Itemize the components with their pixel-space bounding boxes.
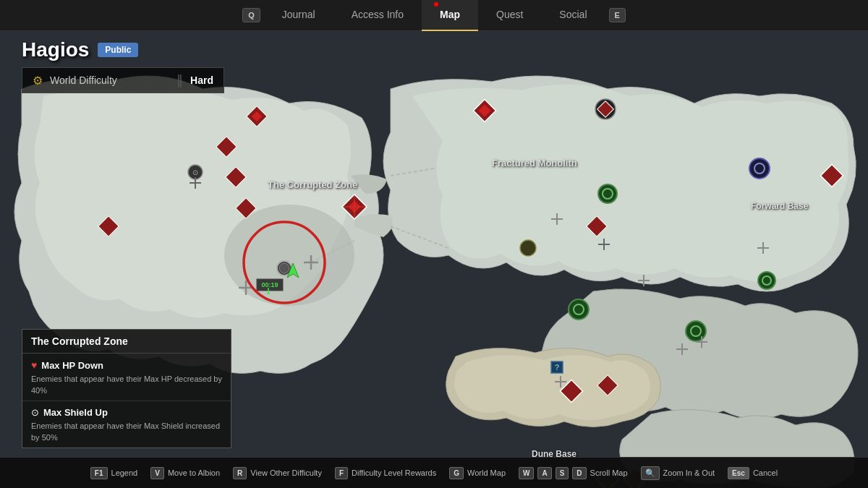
- svg-point-36: [749, 158, 770, 179]
- info-panel: The Corrupted Zone ♥ Max HP Down Enemies…: [22, 329, 231, 448]
- zone-label-fractured: Fractured Monolith: [492, 158, 577, 168]
- hotkey-other-diff-label: View Other Difficulty: [250, 468, 322, 477]
- info-panel-title: The Corrupted Zone: [22, 330, 231, 354]
- hotkey-rewards: F Difficulty Level Rewards: [335, 467, 436, 479]
- hotkey-g: G: [449, 467, 464, 479]
- effect-shield-header: ⊙ Max Shield Up: [31, 407, 222, 418]
- svg-point-59: [569, 299, 589, 320]
- hotkey-scroll-label: Scroll Map: [590, 468, 628, 477]
- zone-label-forward-base: Forward Base: [751, 201, 808, 211]
- tab-map[interactable]: Map: [422, 0, 478, 31]
- public-badge: Public: [98, 43, 138, 57]
- zoom-icon: 🔍: [641, 466, 660, 480]
- hotkey-rewards-label: Difficulty Level Rewards: [352, 468, 436, 477]
- bottom-bar: F1 Legend V Move to Albion R View Other …: [0, 457, 868, 488]
- hotkey-legend-label: Legend: [111, 468, 138, 477]
- tab-access-info[interactable]: Access Info: [333, 0, 422, 31]
- hotkey-s: S: [556, 467, 569, 479]
- svg-text:?: ?: [555, 363, 560, 372]
- shield-icon: ⊙: [31, 407, 39, 418]
- zone-label-corrupted: The Corrupted Zone: [268, 179, 357, 190]
- tab-journal[interactable]: Journal: [264, 0, 333, 31]
- hotkey-r: R: [233, 467, 247, 479]
- hotkey-f1: F1: [90, 467, 108, 479]
- hotkey-other-diff: R View Other Difficulty: [233, 467, 322, 479]
- svg-point-39: [758, 272, 775, 289]
- notification-dot: [434, 2, 438, 7]
- hotkey-worldmap: G World Map: [449, 467, 506, 479]
- hotkey-cancel-label: Cancel: [753, 468, 778, 477]
- map-area[interactable]: ⊙: [0, 31, 868, 488]
- effect-shield-desc: Enemies that appear have their Max Shiel…: [31, 421, 222, 443]
- difficulty-value: Hard: [190, 74, 213, 86]
- world-title-row: Hagios Public: [22, 38, 224, 61]
- nav-key-e[interactable]: E: [609, 8, 626, 22]
- effect-hp-header: ♥ Max HP Down: [31, 359, 222, 371]
- hotkey-d: D: [572, 467, 586, 479]
- hotkey-zoom: 🔍 Zoom In & Out: [641, 466, 715, 480]
- header-panel: Hagios Public ⚙ World Difficulty ‖ Hard: [22, 38, 224, 93]
- hotkey-scroll: W A S D Scroll Map: [519, 467, 628, 479]
- difficulty-icon: ⚙: [33, 74, 43, 87]
- heart-icon: ♥: [31, 359, 37, 371]
- hotkey-move: V Move to Albion: [150, 467, 220, 479]
- hotkey-move-label: Move to Albion: [168, 468, 220, 477]
- hotkey-esc[interactable]: Esc: [728, 467, 749, 479]
- nav-key-q[interactable]: Q: [242, 8, 260, 22]
- effect-hp-name: Max HP Down: [41, 360, 103, 371]
- tab-social[interactable]: Social: [541, 0, 605, 31]
- effect-hp-desc: Enemies that appear have their Max HP de…: [31, 374, 222, 396]
- hotkey-f: F: [335, 467, 348, 479]
- svg-point-43: [686, 321, 706, 341]
- hotkey-v: V: [150, 467, 164, 479]
- difficulty-bar: ⚙ World Difficulty ‖ Hard: [22, 67, 224, 93]
- hotkey-cancel: Esc Cancel: [728, 467, 778, 479]
- svg-point-62: [279, 263, 289, 273]
- top-navigation: Q Journal Access Info Map Quest Social E: [0, 0, 868, 31]
- world-name: Hagios: [22, 38, 89, 61]
- hotkey-worldmap-label: World Map: [467, 468, 506, 477]
- svg-point-33: [520, 240, 536, 256]
- tab-quest[interactable]: Quest: [478, 0, 541, 31]
- svg-point-28: [598, 184, 617, 203]
- effect-shield-name: Max Shield Up: [43, 407, 108, 418]
- difficulty-divider: ‖: [176, 72, 183, 88]
- svg-text:⊙: ⊙: [192, 168, 198, 176]
- effect-hp-down: ♥ Max HP Down Enemies that appear have t…: [22, 354, 231, 401]
- hotkey-legend: F1 Legend: [90, 467, 137, 479]
- difficulty-label: World Difficulty: [50, 74, 169, 86]
- hotkey-zoom-label: Zoom In & Out: [663, 468, 715, 477]
- svg-text:00:19: 00:19: [261, 281, 278, 288]
- effect-shield-up: ⊙ Max Shield Up Enemies that appear have…: [22, 401, 231, 448]
- hotkey-a: A: [537, 467, 551, 479]
- hotkey-w: W: [519, 467, 534, 479]
